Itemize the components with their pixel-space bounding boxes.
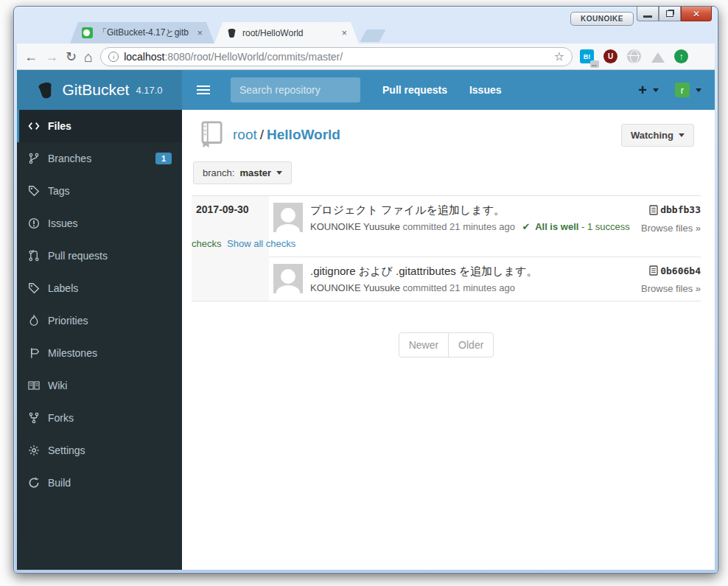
milestone-icon xyxy=(28,347,40,359)
sidebar-item-priorities[interactable]: Priorities xyxy=(17,304,182,337)
globe-extension-icon[interactable] xyxy=(627,49,641,63)
caret-down-icon[interactable] xyxy=(653,88,659,92)
gear-icon xyxy=(28,444,40,456)
sidebar-item-tags[interactable]: Tags xyxy=(17,175,182,207)
window-controls: ✕ xyxy=(637,7,712,21)
sidebar-item-build[interactable]: Build xyxy=(17,467,182,499)
repo-separator: / xyxy=(260,127,264,142)
commit-row-right: 0b606b4 Browse files » xyxy=(620,264,701,295)
browser-tab-1[interactable]: 「GitBucket-4.17とgitb × xyxy=(70,22,214,43)
hatena-bookmark-extension-icon[interactable]: B! xyxy=(580,49,594,63)
tab-close-icon[interactable]: × xyxy=(197,28,203,38)
home-icon[interactable]: ⌂ xyxy=(84,49,93,64)
create-new-button[interactable]: + xyxy=(638,83,647,97)
commit-id-link[interactable]: dbbfb33 xyxy=(649,204,701,215)
repo-sidebar: Files Branches 1 Tags Issues Pull xyxy=(17,110,182,570)
sidebar-item-issues[interactable]: Issues xyxy=(17,207,182,240)
branch-name: master xyxy=(239,167,271,178)
browser-window: KOUNOIKE ✕ 「GitBucket-4.17とgitb × root/H… xyxy=(13,6,718,573)
checks-line: checks Show all checks xyxy=(192,234,701,249)
commit-sha: dbbfb33 xyxy=(660,204,701,215)
triangle-icon xyxy=(651,52,665,63)
commit-row: dbbfb33 Browse files » プロジェクト ファイルを追加します… xyxy=(269,196,701,257)
label-icon xyxy=(28,282,40,294)
flame-icon xyxy=(28,315,40,327)
search-input[interactable] xyxy=(231,77,360,102)
gitbucket-body: Files Branches 1 Tags Issues Pull xyxy=(17,110,715,570)
fork-icon xyxy=(28,412,40,424)
user-avatar[interactable]: r xyxy=(675,83,690,97)
avatar xyxy=(273,264,303,293)
back-icon[interactable]: ← xyxy=(24,50,38,63)
tab-title: 「GitBucket-4.17とgitb xyxy=(98,27,192,39)
show-all-checks-link[interactable]: Show all checks xyxy=(227,238,295,249)
sidebar-item-settings[interactable]: Settings xyxy=(17,434,182,467)
commit-id-link[interactable]: 0b606b4 xyxy=(649,265,701,276)
status-title: All is well xyxy=(535,221,578,232)
reload-icon[interactable]: ↻ xyxy=(66,50,77,63)
close-button[interactable]: ✕ xyxy=(681,7,712,21)
sidebar-item-files[interactable]: Files xyxy=(17,110,182,142)
build-status: ✔ All is well - 1 success xyxy=(518,221,630,232)
status-detail: - 1 success xyxy=(581,221,630,232)
repo-name-link[interactable]: HelloWorld xyxy=(267,127,340,142)
extension-badge xyxy=(590,60,599,68)
commit-author: KOUNOIKE Yuusuke xyxy=(310,221,400,232)
close-icon: ✕ xyxy=(693,10,700,18)
forward-icon[interactable]: → xyxy=(45,50,58,63)
newer-button[interactable]: Newer xyxy=(399,332,449,357)
commit-list: 2017-09-30 dbbfb33 Browse files » xyxy=(192,195,701,301)
sidebar-item-label: Files xyxy=(48,120,71,132)
branch-selector-button[interactable]: branch: master xyxy=(193,161,292,184)
watching-button[interactable]: Watching xyxy=(621,124,694,147)
browser-tab-2-active[interactable]: root/HelloWorld × xyxy=(214,22,359,43)
ublock-extension-icon[interactable]: U xyxy=(603,49,617,63)
sidebar-item-label: Pull requests xyxy=(48,250,108,262)
branch-icon xyxy=(28,153,40,164)
sidebar-toggle-icon[interactable] xyxy=(197,89,210,91)
bookmark-star-icon[interactable]: ☆ xyxy=(554,49,564,63)
tag-icon xyxy=(28,185,40,197)
upload-extension-icon[interactable]: ↑ xyxy=(674,49,688,63)
tab-close-icon[interactable]: × xyxy=(341,28,347,38)
extension-label: B! xyxy=(584,53,591,60)
older-button[interactable]: Older xyxy=(448,332,494,357)
sidebar-item-forks[interactable]: Forks xyxy=(17,402,182,434)
new-tab-button[interactable] xyxy=(360,29,385,42)
commit-row: 0b606b4 Browse files » .gitignore および .g… xyxy=(269,257,701,301)
repo-header: root/HelloWorld Watching xyxy=(192,121,701,149)
sidebar-item-pull-requests[interactable]: Pull requests xyxy=(17,240,182,272)
browse-files-link[interactable]: Browse files » xyxy=(620,283,701,294)
browser-profile-button[interactable]: KOUNOIKE xyxy=(570,12,634,26)
browser-toolbar: ← → ↻ ⌂ i localhost:8080/root/HelloWorld… xyxy=(17,43,715,70)
url-host: localhost xyxy=(124,51,164,63)
code-icon xyxy=(28,120,40,132)
pagination: Newer Older xyxy=(192,332,701,357)
extension-label: U xyxy=(608,52,613,60)
gitbucket-brand[interactable]: GitBucket 4.17.0 xyxy=(17,70,182,110)
minimize-button[interactable] xyxy=(637,7,659,21)
page-info-icon[interactable]: i xyxy=(108,52,119,62)
commit-sha: 0b606b4 xyxy=(660,265,701,276)
sidebar-item-wiki[interactable]: Wiki xyxy=(17,369,182,402)
sidebar-item-label: Priorities xyxy=(48,315,88,327)
drive-extension-icon[interactable] xyxy=(651,49,665,63)
commit-rows: dbbfb33 Browse files » プロジェクト ファイルを追加します… xyxy=(269,196,701,301)
sidebar-item-branches[interactable]: Branches 1 xyxy=(17,142,182,175)
address-bar[interactable]: i localhost:8080/root/HelloWorld/commits… xyxy=(100,47,573,66)
nav-pull-requests-link[interactable]: Pull requests xyxy=(382,84,447,96)
url-text[interactable]: localhost:8080/root/HelloWorld/commits/m… xyxy=(124,51,548,63)
tab-strip: 「GitBucket-4.17とgitb × root/HelloWorld × xyxy=(70,22,382,43)
extension-icons: B! U ↑ xyxy=(580,49,707,63)
sidebar-item-milestones[interactable]: Milestones xyxy=(17,337,182,369)
restore-button[interactable] xyxy=(659,7,681,21)
browse-files-link[interactable]: Browse files » xyxy=(620,223,701,234)
pull-request-icon xyxy=(28,250,40,262)
avatar xyxy=(273,203,303,232)
sidebar-item-labels[interactable]: Labels xyxy=(17,272,182,304)
repo-owner-link[interactable]: root xyxy=(233,127,257,142)
nav-issues-link[interactable]: Issues xyxy=(469,84,502,96)
gitbucket-favicon-icon xyxy=(226,27,237,38)
caret-down-icon[interactable] xyxy=(696,88,701,92)
repo-title: root/HelloWorld xyxy=(233,127,340,143)
